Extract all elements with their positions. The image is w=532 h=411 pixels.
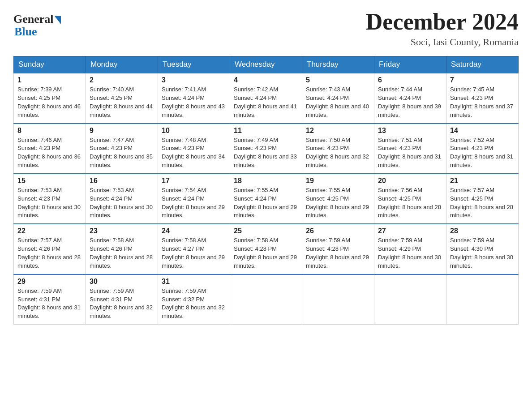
- logo-general-text: General: [13, 13, 54, 26]
- table-row: 5 Sunrise: 7:43 AM Sunset: 4:24 PM Dayli…: [302, 73, 374, 123]
- header: General Blue December 2024 Soci, Iasi Co…: [13, 9, 519, 48]
- table-row: 15 Sunrise: 7:53 AM Sunset: 4:23 PM Dayl…: [14, 174, 86, 224]
- calendar-week-row: 29 Sunrise: 7:59 AM Sunset: 4:31 PM Dayl…: [14, 274, 519, 325]
- day-number: 29: [17, 278, 82, 286]
- day-info: Sunrise: 7:54 AM Sunset: 4:24 PM Dayligh…: [162, 186, 226, 220]
- table-row: 8 Sunrise: 7:46 AM Sunset: 4:23 PM Dayli…: [14, 124, 86, 174]
- table-row: 26 Sunrise: 7:59 AM Sunset: 4:28 PM Dayl…: [302, 224, 374, 274]
- day-info: Sunrise: 7:41 AM Sunset: 4:24 PM Dayligh…: [162, 86, 226, 119]
- table-row: 9 Sunrise: 7:47 AM Sunset: 4:23 PM Dayli…: [86, 124, 158, 174]
- day-number: 8: [17, 127, 82, 135]
- table-row: 12 Sunrise: 7:50 AM Sunset: 4:23 PM Dayl…: [302, 124, 374, 174]
- day-number: 10: [162, 127, 226, 135]
- day-number: 11: [234, 127, 298, 135]
- table-row: 20 Sunrise: 7:56 AM Sunset: 4:25 PM Dayl…: [374, 174, 446, 224]
- day-info: Sunrise: 7:59 AM Sunset: 4:29 PM Dayligh…: [378, 236, 442, 270]
- table-row: 23 Sunrise: 7:58 AM Sunset: 4:26 PM Dayl…: [86, 224, 158, 274]
- day-number: 12: [306, 127, 370, 135]
- day-number: 31: [162, 278, 226, 286]
- day-info: Sunrise: 7:53 AM Sunset: 4:24 PM Dayligh…: [90, 186, 154, 220]
- day-number: 18: [234, 177, 298, 185]
- location: Soci, Iasi County, Romania: [366, 36, 519, 48]
- day-info: Sunrise: 7:46 AM Sunset: 4:23 PM Dayligh…: [17, 136, 82, 170]
- day-number: 22: [17, 227, 82, 235]
- day-info: Sunrise: 7:53 AM Sunset: 4:23 PM Dayligh…: [17, 186, 82, 220]
- table-row: 21 Sunrise: 7:57 AM Sunset: 4:25 PM Dayl…: [446, 174, 519, 224]
- logo-blue-text: Blue: [14, 25, 37, 39]
- day-number: 21: [450, 177, 515, 185]
- col-tuesday: Tuesday: [158, 56, 230, 73]
- calendar: Sunday Monday Tuesday Wednesday Thursday…: [13, 56, 519, 325]
- day-info: Sunrise: 7:52 AM Sunset: 4:23 PM Dayligh…: [450, 136, 515, 170]
- day-number: 7: [450, 76, 515, 84]
- day-number: 13: [378, 127, 442, 135]
- day-number: 5: [306, 76, 370, 84]
- day-number: 15: [17, 177, 82, 185]
- table-row: 2 Sunrise: 7:40 AM Sunset: 4:25 PM Dayli…: [86, 73, 158, 123]
- day-number: 3: [162, 76, 226, 84]
- table-row: 7 Sunrise: 7:45 AM Sunset: 4:23 PM Dayli…: [446, 73, 519, 123]
- col-thursday: Thursday: [302, 56, 374, 73]
- table-row: 18 Sunrise: 7:55 AM Sunset: 4:24 PM Dayl…: [230, 174, 302, 224]
- table-row: 10 Sunrise: 7:48 AM Sunset: 4:23 PM Dayl…: [158, 124, 230, 174]
- day-info: Sunrise: 7:58 AM Sunset: 4:26 PM Dayligh…: [90, 236, 154, 270]
- col-saturday: Saturday: [446, 56, 519, 73]
- day-info: Sunrise: 7:50 AM Sunset: 4:23 PM Dayligh…: [306, 136, 370, 170]
- table-row: 1 Sunrise: 7:39 AM Sunset: 4:25 PM Dayli…: [14, 73, 86, 123]
- day-info: Sunrise: 7:58 AM Sunset: 4:28 PM Dayligh…: [234, 236, 298, 270]
- day-info: Sunrise: 7:51 AM Sunset: 4:23 PM Dayligh…: [378, 136, 442, 170]
- day-info: Sunrise: 7:59 AM Sunset: 4:30 PM Dayligh…: [450, 236, 515, 270]
- day-info: Sunrise: 7:59 AM Sunset: 4:32 PM Dayligh…: [162, 287, 226, 321]
- day-info: Sunrise: 7:48 AM Sunset: 4:23 PM Dayligh…: [162, 136, 226, 170]
- day-number: 23: [90, 227, 154, 235]
- day-info: Sunrise: 7:58 AM Sunset: 4:27 PM Dayligh…: [162, 236, 226, 270]
- day-number: 17: [162, 177, 226, 185]
- day-number: 2: [90, 76, 154, 84]
- table-row: 4 Sunrise: 7:42 AM Sunset: 4:24 PM Dayli…: [230, 73, 302, 123]
- table-row: [230, 274, 302, 325]
- table-row: 16 Sunrise: 7:53 AM Sunset: 4:24 PM Dayl…: [86, 174, 158, 224]
- day-info: Sunrise: 7:43 AM Sunset: 4:24 PM Dayligh…: [306, 86, 370, 119]
- day-info: Sunrise: 7:59 AM Sunset: 4:28 PM Dayligh…: [306, 236, 370, 270]
- calendar-week-row: 15 Sunrise: 7:53 AM Sunset: 4:23 PM Dayl…: [14, 174, 519, 224]
- table-row: [302, 274, 374, 325]
- table-row: 6 Sunrise: 7:44 AM Sunset: 4:24 PM Dayli…: [374, 73, 446, 123]
- day-info: Sunrise: 7:44 AM Sunset: 4:24 PM Dayligh…: [378, 86, 442, 119]
- day-number: 30: [90, 278, 154, 286]
- day-number: 4: [234, 76, 298, 84]
- table-row: 27 Sunrise: 7:59 AM Sunset: 4:29 PM Dayl…: [374, 224, 446, 274]
- table-row: 17 Sunrise: 7:54 AM Sunset: 4:24 PM Dayl…: [158, 174, 230, 224]
- day-number: 19: [306, 177, 370, 185]
- logo-arrow-icon: [55, 16, 61, 24]
- day-number: 16: [90, 177, 154, 185]
- col-monday: Monday: [86, 56, 158, 73]
- day-number: 28: [450, 227, 515, 235]
- title-block: December 2024 Soci, Iasi County, Romania: [366, 9, 519, 48]
- table-row: 3 Sunrise: 7:41 AM Sunset: 4:24 PM Dayli…: [158, 73, 230, 123]
- table-row: 24 Sunrise: 7:58 AM Sunset: 4:27 PM Dayl…: [158, 224, 230, 274]
- table-row: 25 Sunrise: 7:58 AM Sunset: 4:28 PM Dayl…: [230, 224, 302, 274]
- day-info: Sunrise: 7:55 AM Sunset: 4:24 PM Dayligh…: [234, 186, 298, 220]
- table-row: 13 Sunrise: 7:51 AM Sunset: 4:23 PM Dayl…: [374, 124, 446, 174]
- table-row: 30 Sunrise: 7:59 AM Sunset: 4:31 PM Dayl…: [86, 274, 158, 325]
- table-row: 19 Sunrise: 7:55 AM Sunset: 4:25 PM Dayl…: [302, 174, 374, 224]
- table-row: 29 Sunrise: 7:59 AM Sunset: 4:31 PM Dayl…: [14, 274, 86, 325]
- table-row: 11 Sunrise: 7:49 AM Sunset: 4:23 PM Dayl…: [230, 124, 302, 174]
- table-row: 31 Sunrise: 7:59 AM Sunset: 4:32 PM Dayl…: [158, 274, 230, 325]
- day-info: Sunrise: 7:49 AM Sunset: 4:23 PM Dayligh…: [234, 136, 298, 170]
- day-number: 14: [450, 127, 515, 135]
- table-row: 14 Sunrise: 7:52 AM Sunset: 4:23 PM Dayl…: [446, 124, 519, 174]
- day-number: 25: [234, 227, 298, 235]
- day-info: Sunrise: 7:59 AM Sunset: 4:31 PM Dayligh…: [90, 287, 154, 321]
- day-info: Sunrise: 7:57 AM Sunset: 4:25 PM Dayligh…: [450, 186, 515, 220]
- day-info: Sunrise: 7:42 AM Sunset: 4:24 PM Dayligh…: [234, 86, 298, 119]
- col-friday: Friday: [374, 56, 446, 73]
- calendar-header-row: Sunday Monday Tuesday Wednesday Thursday…: [14, 56, 519, 73]
- calendar-week-row: 22 Sunrise: 7:57 AM Sunset: 4:26 PM Dayl…: [14, 224, 519, 274]
- day-info: Sunrise: 7:40 AM Sunset: 4:25 PM Dayligh…: [90, 86, 154, 119]
- logo: General Blue: [13, 13, 61, 39]
- col-wednesday: Wednesday: [230, 56, 302, 73]
- table-row: 28 Sunrise: 7:59 AM Sunset: 4:30 PM Dayl…: [446, 224, 519, 274]
- page: General Blue December 2024 Soci, Iasi Co…: [0, 0, 532, 338]
- month-title: December 2024: [366, 9, 519, 34]
